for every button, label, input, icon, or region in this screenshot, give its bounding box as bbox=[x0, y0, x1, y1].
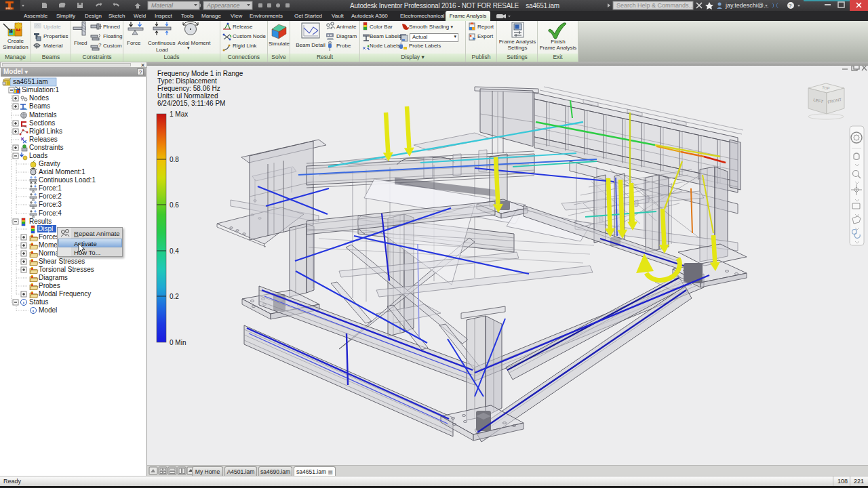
svg-text:Force:4: Force:4 bbox=[39, 209, 62, 217]
svg-text:Diagrams: Diagrams bbox=[39, 274, 68, 281]
svg-text:Frequency Mode 1 in Range: Frequency Mode 1 in Range bbox=[157, 70, 243, 77]
svg-text:Appearance: Appearance bbox=[206, 2, 240, 9]
svg-text:0.6: 0.6 bbox=[170, 201, 179, 209]
svg-text:1 Max: 1 Max bbox=[170, 110, 188, 118]
svg-text:Nodes: Nodes bbox=[29, 94, 49, 102]
svg-text:Releases: Releases bbox=[29, 136, 58, 143]
svg-text:Force:3: Force:3 bbox=[39, 201, 62, 208]
svg-text:Probes: Probes bbox=[39, 282, 60, 289]
svg-text:0.4: 0.4 bbox=[170, 247, 179, 255]
svg-text:Search Help & Commands...: Search Help & Commands... bbox=[616, 2, 694, 9]
svg-text:Frequency: 58.06 Hz: Frequency: 58.06 Hz bbox=[157, 85, 220, 92]
svg-text:jay.tedeschi@...: jay.tedeschi@... bbox=[725, 2, 769, 9]
svg-text:Displ: Displ bbox=[38, 225, 53, 232]
svg-text:Gravity: Gravity bbox=[39, 160, 60, 167]
svg-text:Materials: Materials bbox=[29, 111, 57, 119]
svg-text:Type: Displacement: Type: Displacement bbox=[157, 77, 217, 85]
svg-text:?: ? bbox=[98, 42, 102, 48]
svg-text:6/24/2015, 3:11:46 PM: 6/24/2015, 3:11:46 PM bbox=[157, 100, 225, 107]
svg-text:PRO: PRO bbox=[6, 7, 12, 10]
svg-text:?: ? bbox=[789, 3, 792, 9]
svg-text:Model: Model bbox=[39, 306, 57, 314]
svg-text:Force:2: Force:2 bbox=[39, 192, 62, 200]
svg-text:Status: Status bbox=[29, 298, 48, 306]
svg-text:Beams: Beams bbox=[29, 102, 50, 110]
svg-text:0.2: 0.2 bbox=[170, 293, 179, 300]
svg-text:Results: Results bbox=[29, 218, 52, 225]
svg-text:Sections: Sections bbox=[29, 119, 55, 127]
svg-text:Axial Moment:1: Axial Moment:1 bbox=[39, 168, 85, 176]
svg-text:Force:1: Force:1 bbox=[39, 184, 62, 192]
svg-text:0.8: 0.8 bbox=[170, 156, 179, 163]
svg-text:Loads: Loads bbox=[29, 152, 47, 159]
svg-text:Simulation:1: Simulation:1 bbox=[22, 86, 59, 94]
svg-text:Torsional Stresses: Torsional Stresses bbox=[39, 266, 94, 273]
svg-text:Forces: Forces bbox=[39, 233, 60, 241]
svg-text:Units: ul Normalized: Units: ul Normalized bbox=[157, 92, 218, 100]
svg-text:Rigid Links: Rigid Links bbox=[29, 127, 62, 135]
svg-text:Continuous Load:1: Continuous Load:1 bbox=[39, 176, 96, 184]
svg-text:Shear Stresses: Shear Stresses bbox=[39, 258, 85, 265]
svg-text:Material: Material bbox=[151, 2, 174, 9]
svg-text:0 Min: 0 Min bbox=[170, 339, 186, 346]
svg-text:sa4651.iam: sa4651.iam bbox=[13, 78, 48, 85]
svg-text:Modal Frequency: Modal Frequency bbox=[39, 290, 91, 298]
svg-text:Constraints: Constraints bbox=[29, 144, 64, 151]
